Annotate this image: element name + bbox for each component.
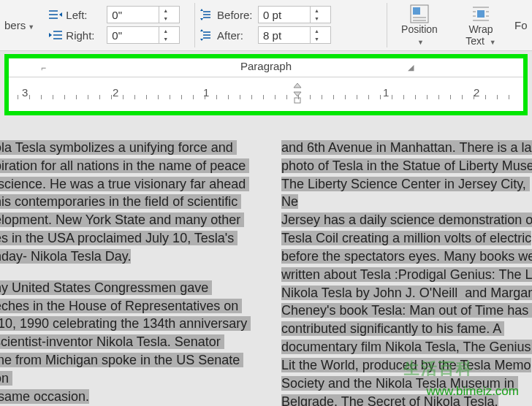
ruler-number: 2 (474, 86, 479, 99)
spacing-before-icon (200, 7, 214, 22)
paragraph[interactable]: ny United States Congressmen gave eches … (0, 279, 256, 406)
spin-buttons[interactable]: ▲▼ (310, 7, 323, 23)
ruler-highlight: ⌐ Paragraph ◢ 3 2 1 1 2 (4, 54, 528, 115)
indent-left-icon (48, 7, 63, 22)
paragraph[interactable]: ola Tesla symbolizes a unifying force an… (0, 139, 256, 266)
spacing-after-input[interactable] (259, 27, 310, 43)
tab-stop-icon: ⌐ (41, 63, 46, 73)
spacing-group: Before: ▲▼ After: ▲▼ (195, 3, 387, 47)
chevron-down-icon: ▼ (159, 15, 172, 23)
svg-rect-3 (294, 98, 300, 103)
ribbon: bers▼ Left: ▲▼ Right: ▲▼ (0, 0, 532, 51)
line-numbers-button[interactable]: bers▼ (0, 3, 44, 47)
paragraph-group-label: Paragraph (240, 60, 292, 72)
column-left: ola Tesla symbolizes a unifying force an… (0, 139, 256, 406)
spin-buttons[interactable]: ▲▼ (159, 27, 172, 43)
spacing-before-label: Before: (217, 9, 255, 21)
arrange-group: Position▼ WrapText ▼ Fo (387, 3, 532, 47)
chevron-down-icon: ▼ (159, 35, 172, 43)
chevron-up-icon: ▲ (159, 7, 172, 15)
svg-rect-1 (413, 7, 420, 15)
indent-left-spinbox[interactable]: ▲▼ (107, 6, 180, 23)
indent-marker[interactable] (292, 83, 303, 104)
selected-text[interactable]: ola Tesla symbolizes a unifying force an… (0, 140, 249, 264)
spin-buttons[interactable]: ▲▼ (159, 7, 172, 23)
indent-right-icon (48, 28, 63, 42)
chevron-down-icon: ▼ (28, 23, 34, 31)
dialog-launcher-icon[interactable]: ◢ (408, 63, 414, 72)
indent-right-input[interactable] (107, 27, 159, 43)
spacing-after-spinbox[interactable]: ▲▼ (258, 26, 331, 44)
spacing-after-icon (200, 28, 214, 42)
position-button[interactable]: Position▼ (392, 3, 447, 47)
indent-left-label: Left: (66, 9, 104, 21)
paragraph-group-row: ⌐ Paragraph ◢ (9, 58, 523, 77)
ruler-number: 1 (383, 86, 389, 99)
svg-rect-2 (477, 10, 484, 18)
indent-group: Left: ▲▼ Right: ▲▼ (44, 3, 195, 47)
chevron-up-icon: ▲ (311, 7, 323, 15)
wrap-text-icon (471, 4, 491, 24)
indent-left-input[interactable] (107, 7, 159, 23)
position-icon (409, 4, 430, 24)
spacing-before-spinbox[interactable]: ▲▼ (258, 6, 331, 23)
chevron-down-icon: ▼ (417, 39, 424, 46)
spin-buttons[interactable]: ▲▼ (310, 27, 323, 43)
chevron-down-icon: ▼ (490, 39, 496, 46)
horizontal-ruler[interactable]: 3 2 1 1 2 (9, 77, 523, 110)
indent-right-label: Right: (66, 29, 104, 42)
chevron-up-icon: ▲ (311, 27, 323, 35)
chevron-down-icon: ▼ (311, 15, 323, 23)
selected-text[interactable]: ny United States Congressmen gave eches … (0, 280, 251, 404)
format-fragment: Fo (514, 3, 528, 47)
ruler-number: 2 (113, 86, 118, 99)
ruler-number: 3 (22, 86, 28, 99)
indent-right-spinbox[interactable]: ▲▼ (107, 26, 180, 44)
spacing-after-label: After: (217, 29, 255, 42)
chevron-up-icon: ▲ (159, 27, 172, 35)
chevron-down-icon: ▼ (311, 35, 323, 43)
watermark-url: www.bimeiz.com (426, 384, 519, 399)
spacing-before-input[interactable] (259, 7, 310, 23)
wrap-text-button[interactable]: WrapText ▼ (453, 3, 509, 47)
watermark-text: 生活百科 (403, 358, 474, 380)
